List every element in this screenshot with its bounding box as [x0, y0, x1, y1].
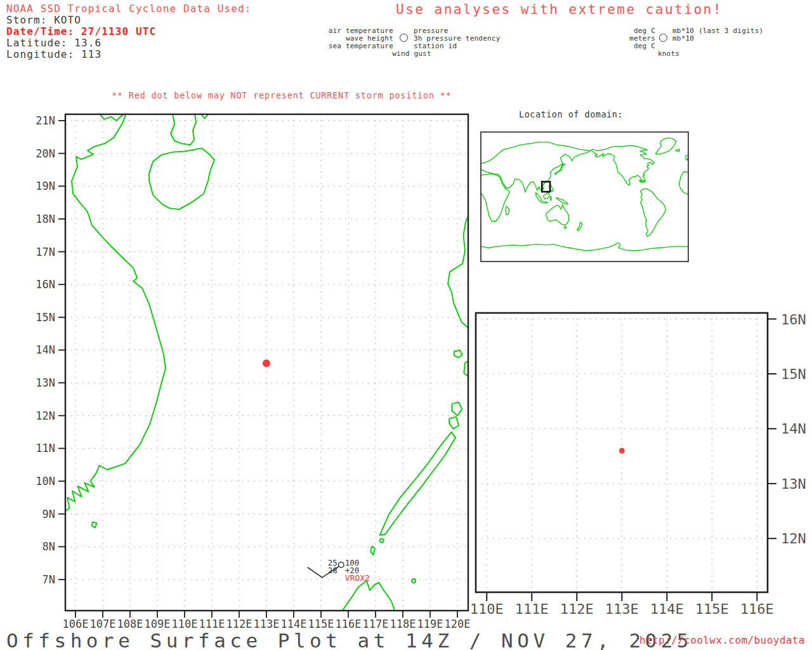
lat-tick-label: 14N	[781, 421, 806, 437]
lat-tick-label: 10N	[36, 475, 55, 488]
lat-tick-label: 12N	[36, 409, 55, 422]
lat-tick-label: 8N	[43, 540, 55, 553]
main-map-ticks	[58, 121, 457, 618]
storm-position-dot	[619, 448, 625, 453]
station-id: VROX2	[345, 573, 370, 583]
world-locator-map	[481, 132, 688, 262]
lat-tick-label: 7N	[43, 573, 55, 586]
station-plot-vrox2: 2510028+20VROX2	[308, 558, 370, 583]
lon-tick-label: 110E	[470, 601, 504, 617]
lon-tick-label: 109E	[145, 618, 171, 630]
lon-tick-label: 113E	[254, 618, 280, 630]
lon-tick-label: 114E	[281, 618, 307, 630]
buoy-plot-page: { "colors": { "coast_green": "#00cf00", …	[0, 0, 812, 650]
lat-tick-label: 13N	[781, 476, 806, 492]
lat-tick-label: 14N	[36, 343, 55, 356]
lon-tick-label: 114E	[650, 601, 684, 617]
lat-tick-label: 15N	[36, 311, 55, 324]
lon-tick-label: 116E	[336, 618, 362, 630]
lon-tick-label: 116E	[740, 601, 774, 617]
lon-tick-label: 108E	[117, 618, 143, 630]
storm-position-dot	[263, 359, 270, 367]
main-map: 106E107E108E109E110E111E112E113E114E115E…	[36, 114, 470, 630]
lon-tick-label: 117E	[363, 618, 389, 630]
main-map-axis-labels: 106E107E108E109E110E111E112E113E114E115E…	[36, 114, 470, 630]
world-coastlines	[481, 138, 688, 251]
lon-tick-label: 115E	[695, 601, 729, 617]
lat-tick-label: 9N	[43, 508, 55, 521]
lon-tick-label: 111E	[515, 601, 549, 617]
lon-tick-label: 106E	[63, 618, 89, 630]
station-sea-temp: 28	[328, 566, 337, 575]
station-circle-icon	[339, 562, 344, 567]
detail-map-axis-labels: 110E111E112E113E114E115E116E16N15N14N13N…	[470, 312, 806, 618]
lat-tick-label: 18N	[36, 213, 55, 225]
detail-map: 110E111E112E113E114E115E116E16N15N14N13N…	[470, 312, 806, 618]
lon-tick-label: 107E	[90, 618, 116, 630]
lat-tick-label: 16N	[781, 312, 806, 328]
lon-tick-label: 112E	[226, 618, 252, 630]
lat-tick-label: 16N	[36, 278, 55, 291]
lon-tick-label: 111E	[199, 618, 225, 630]
coolwx-url[interactable]: http://coolwx.com/buoydata	[639, 634, 805, 646]
lon-tick-label: 115E	[308, 618, 334, 630]
lon-tick-label: 112E	[560, 601, 594, 617]
lat-tick-label: 11N	[36, 442, 55, 454]
lat-tick-label: 20N	[36, 147, 55, 160]
lat-tick-label: 17N	[36, 246, 55, 258]
lat-tick-label: 21N	[36, 114, 55, 127]
surface-plot-canvas: 106E107E108E109E110E111E112E113E114E115E…	[0, 0, 812, 650]
lat-tick-label: 12N	[781, 531, 806, 547]
lon-tick-label: 118E	[390, 618, 416, 630]
lon-tick-label: 120E	[445, 618, 471, 630]
lon-tick-label: 119E	[417, 618, 443, 630]
lat-tick-label: 13N	[36, 376, 55, 389]
detail-map-ticks	[487, 319, 776, 602]
lon-tick-label: 110E	[172, 618, 198, 630]
plot-title: Offshore Surface Plot at 14Z / NOV 27, 2…	[6, 629, 693, 650]
lon-tick-label: 113E	[605, 601, 639, 617]
lat-tick-label: 15N	[781, 366, 806, 382]
lat-tick-label: 19N	[36, 180, 55, 192]
